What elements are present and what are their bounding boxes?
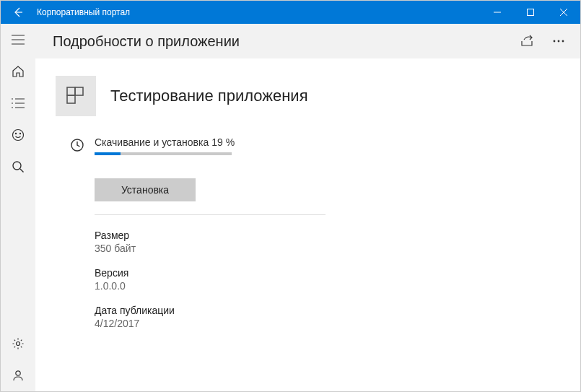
meta-version-label: Версия — [95, 267, 326, 279]
more-button[interactable] — [543, 24, 575, 58]
svg-rect-10 — [67, 87, 75, 95]
install-button[interactable]: Установка — [95, 178, 196, 201]
close-icon — [560, 9, 567, 16]
svg-point-7 — [554, 40, 556, 43]
meta-published-label: Дата публикации — [95, 305, 326, 316]
body: Подробности о приложении Тестирование пр… — [1, 24, 580, 391]
close-button[interactable] — [547, 1, 580, 24]
window-controls — [481, 1, 580, 24]
minimize-button[interactable] — [481, 1, 514, 24]
gear-icon — [12, 337, 25, 350]
home-icon — [12, 65, 25, 78]
svg-point-9 — [562, 40, 564, 43]
svg-rect-0 — [528, 9, 534, 16]
app-tile-icon — [65, 85, 87, 107]
progress-fill — [95, 152, 121, 155]
meta-size-num: 350 — [95, 243, 111, 254]
main: Подробности о приложении Тестирование пр… — [35, 24, 580, 391]
share-button[interactable] — [511, 24, 543, 58]
meta-published-value: 4/12/2017 — [95, 318, 326, 329]
svg-point-4 — [13, 162, 21, 170]
app-name: Тестирование приложения — [110, 87, 308, 105]
more-icon — [553, 40, 564, 43]
page-title: Подробности о приложении — [53, 33, 511, 50]
meta-size-label: Размер — [95, 230, 326, 241]
app-window: Корпоративный портал — [0, 0, 581, 392]
sidebar-item-profile[interactable] — [1, 360, 35, 391]
sidebar-item-feedback[interactable] — [1, 119, 35, 151]
arrow-left-icon — [12, 6, 24, 18]
sidebar-item-home[interactable] — [1, 56, 35, 87]
back-button[interactable] — [1, 1, 35, 24]
maximize-button[interactable] — [514, 1, 547, 24]
sidebar-item-settings[interactable] — [1, 328, 35, 360]
status-block: Скачивание и установка 19 % — [95, 136, 560, 155]
content: Тестирование приложения Скачивание и уст… — [35, 58, 580, 391]
sidebar — [1, 24, 35, 391]
meta-version: Версия 1.0.0.0 — [95, 267, 326, 292]
person-icon — [12, 369, 25, 382]
app-title: Корпоративный портал — [35, 7, 481, 17]
list-icon — [12, 98, 25, 108]
divider — [95, 214, 326, 215]
meta-published: Дата публикации 4/12/2017 — [95, 305, 326, 329]
hamburger-button[interactable] — [1, 24, 35, 56]
status-label: Скачивание и установка — [95, 136, 209, 148]
page-header: Подробности о приложении — [35, 24, 580, 58]
smile-icon — [12, 129, 25, 141]
app-header-row: Тестирование приложения — [56, 76, 560, 116]
hamburger-icon — [12, 35, 25, 45]
status-percent: 19 % — [211, 136, 235, 148]
svg-point-5 — [17, 342, 20, 346]
sidebar-item-search[interactable] — [1, 151, 35, 183]
svg-rect-11 — [75, 87, 83, 95]
svg-point-8 — [558, 40, 560, 43]
app-icon-placeholder — [56, 76, 96, 116]
svg-point-2 — [15, 133, 16, 134]
svg-point-6 — [16, 371, 20, 375]
meta-size-unit: байт — [114, 243, 136, 254]
details-section: Установка Размер 350 байт Версия 1.0.0.0 — [95, 178, 326, 329]
meta-size-value: 350 байт — [95, 243, 326, 254]
share-icon — [520, 35, 534, 48]
svg-point-3 — [19, 133, 20, 134]
titlebar: Корпоративный портал — [1, 1, 580, 24]
clock-icon-wrap — [70, 138, 84, 152]
clock-icon — [70, 138, 84, 152]
svg-point-1 — [13, 130, 24, 141]
minimize-icon — [494, 9, 501, 16]
sidebar-item-list[interactable] — [1, 87, 35, 119]
maximize-icon — [527, 9, 534, 16]
status-row: Скачивание и установка 19 % — [70, 136, 560, 155]
meta-version-value: 1.0.0.0 — [95, 280, 326, 292]
install-button-label: Установка — [121, 184, 169, 196]
status-text: Скачивание и установка 19 % — [95, 136, 560, 148]
search-icon — [12, 160, 25, 173]
meta-size: Размер 350 байт — [95, 230, 326, 254]
svg-rect-12 — [67, 95, 75, 103]
progress-bar — [95, 152, 232, 155]
